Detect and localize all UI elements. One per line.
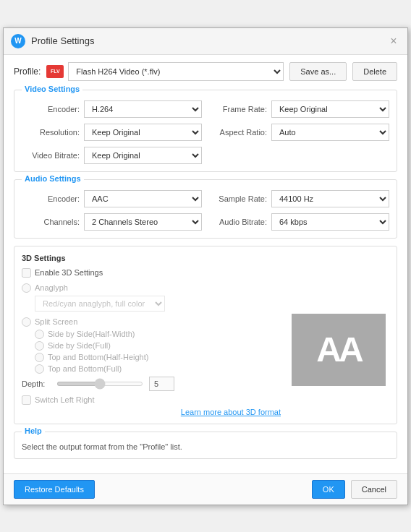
top-bottom-full-radio[interactable] bbox=[35, 364, 44, 374]
split-option-0: Side by Side(Half-Width) bbox=[35, 330, 281, 339]
audio-settings-title: Audio Settings bbox=[22, 174, 84, 183]
audio-left-col: Encoder: AAC MP3 AC3 Channels: 2 Channel… bbox=[22, 190, 202, 231]
depth-row: Depth: bbox=[22, 377, 281, 391]
depth-label: Depth: bbox=[22, 379, 51, 388]
split-half-width-radio[interactable] bbox=[35, 330, 44, 339]
save-as-button[interactable]: Save as... bbox=[289, 62, 347, 81]
split-screen-radio[interactable] bbox=[22, 317, 31, 327]
split-screen-label: Split Screen bbox=[35, 317, 77, 326]
encoder-row: Encoder: H.264 H.265 MPEG-4 bbox=[22, 100, 202, 118]
switch-row: Switch Left Right bbox=[22, 395, 281, 405]
resolution-select[interactable]: Keep Original 1920x1080 bbox=[84, 124, 202, 141]
split-screen-option: Split Screen bbox=[22, 317, 281, 327]
top-bottom-half-label: Top and Bottom(Half-Height) bbox=[48, 353, 148, 361]
split-half-width-label: Side by Side(Half-Width) bbox=[48, 330, 135, 338]
switch-left-right-label: Switch Left Right bbox=[35, 395, 95, 404]
frame-rate-select[interactable]: Keep Original 30 fps bbox=[271, 100, 389, 118]
dialog-content: Profile: FLV Flash H264 Video (*.flv) Sa… bbox=[4, 55, 407, 473]
3d-preview-panel: AA bbox=[288, 283, 389, 416]
aspect-ratio-row: Aspect Ratio: Auto 16:9 4:3 bbox=[209, 124, 389, 141]
audio-bitrate-row: Audio Bitrate: 64 kbps 128 kbps 192 kbps bbox=[209, 213, 389, 231]
profile-settings-dialog: W Profile Settings × Profile: FLV Flash … bbox=[3, 27, 408, 505]
footer-right-buttons: OK Cancel bbox=[312, 480, 397, 499]
split-option-3: Top and Bottom(Full) bbox=[35, 364, 281, 374]
3d-layout: Anaglyph Red/cyan anaglyph, full color S… bbox=[22, 283, 389, 416]
audio-bitrate-select[interactable]: 64 kbps 128 kbps 192 kbps bbox=[271, 213, 389, 231]
resolution-label: Resolution: bbox=[22, 128, 80, 137]
video-settings-grid: Encoder: H.264 H.265 MPEG-4 Resolution: … bbox=[22, 100, 389, 164]
audio-encoder-row: Encoder: AAC MP3 AC3 bbox=[22, 190, 202, 207]
split-option-2: Top and Bottom(Half-Height) bbox=[35, 353, 281, 362]
video-bitrate-row: Video Bitrate: Keep Original 8000 kbps bbox=[22, 147, 202, 164]
encoder-select[interactable]: H.264 H.265 MPEG-4 bbox=[84, 100, 202, 118]
anaglyph-label: Anaglyph bbox=[35, 283, 68, 292]
anaglyph-select-wrap: Red/cyan anaglyph, full color bbox=[35, 296, 281, 312]
dialog-title: Profile Settings bbox=[31, 35, 94, 46]
help-text: Select the output format from the "Profi… bbox=[22, 442, 182, 451]
audio-encoder-label: Encoder: bbox=[22, 194, 80, 203]
title-bar-left: W Profile Settings bbox=[11, 34, 94, 48]
anaglyph-type-select[interactable]: Red/cyan anaglyph, full color bbox=[35, 296, 165, 312]
aspect-ratio-label: Aspect Ratio: bbox=[209, 128, 267, 137]
channels-row: Channels: 2 Channels Stereo 1 Channel Mo… bbox=[22, 213, 202, 231]
video-settings-content: Encoder: H.264 H.265 MPEG-4 Resolution: … bbox=[14, 90, 397, 171]
audio-bitrate-label: Audio Bitrate: bbox=[209, 218, 267, 226]
channels-label: Channels: bbox=[22, 218, 80, 226]
sample-rate-row: Sample Rate: 44100 Hz 48000 Hz bbox=[209, 190, 389, 207]
app-icon: W bbox=[11, 34, 25, 48]
cancel-button[interactable]: Cancel bbox=[351, 480, 397, 499]
frame-rate-label: Frame Rate: bbox=[209, 105, 267, 113]
anaglyph-radio[interactable] bbox=[22, 283, 31, 293]
learn-more-link[interactable]: Learn more about 3D format bbox=[22, 408, 281, 416]
profile-select-wrap: FLV Flash H264 Video (*.flv) bbox=[46, 62, 284, 81]
depth-input[interactable] bbox=[149, 377, 174, 391]
3d-left-panel: Anaglyph Red/cyan anaglyph, full color S… bbox=[22, 283, 281, 416]
resolution-row: Resolution: Keep Original 1920x1080 bbox=[22, 124, 202, 141]
help-section: Help Select the output format from the "… bbox=[14, 432, 397, 459]
channels-select[interactable]: 2 Channels Stereo 1 Channel Mono bbox=[84, 213, 202, 231]
profile-label: Profile: bbox=[14, 66, 41, 77]
top-bottom-half-radio[interactable] bbox=[35, 353, 44, 362]
profile-select[interactable]: Flash H264 Video (*.flv) bbox=[68, 62, 284, 81]
settings-3d-section: 3D Settings Enable 3D Settings Anaglyph … bbox=[14, 246, 397, 424]
split-full-label: Side by Side(Full) bbox=[48, 341, 111, 350]
dialog-footer: Restore Defaults OK Cancel bbox=[4, 473, 407, 505]
aspect-ratio-select[interactable]: Auto 16:9 4:3 bbox=[271, 124, 389, 141]
audio-encoder-select[interactable]: AAC MP3 AC3 bbox=[84, 190, 202, 207]
audio-right-col: Sample Rate: 44100 Hz 48000 Hz Audio Bit… bbox=[209, 190, 389, 231]
anaglyph-option: Anaglyph bbox=[22, 283, 281, 293]
frame-rate-row: Frame Rate: Keep Original 30 fps bbox=[209, 100, 389, 118]
switch-left-right-checkbox[interactable] bbox=[22, 395, 31, 405]
profile-format-icon: FLV bbox=[46, 65, 64, 78]
help-content: Select the output format from the "Profi… bbox=[14, 432, 397, 458]
top-bottom-full-label: Top and Bottom(Full) bbox=[48, 364, 122, 373]
depth-slider[interactable] bbox=[56, 382, 143, 386]
encoder-label: Encoder: bbox=[22, 105, 80, 113]
title-bar: W Profile Settings × bbox=[4, 28, 407, 55]
audio-settings-grid: Encoder: AAC MP3 AC3 Channels: 2 Channel… bbox=[22, 190, 389, 231]
sample-rate-select[interactable]: 44100 Hz 48000 Hz bbox=[271, 190, 389, 207]
help-title: Help bbox=[22, 426, 45, 435]
video-bitrate-label: Video Bitrate: bbox=[22, 151, 80, 160]
close-button[interactable]: × bbox=[387, 35, 400, 48]
video-right-col: Frame Rate: Keep Original 30 fps Aspect … bbox=[209, 100, 389, 164]
sample-rate-label: Sample Rate: bbox=[209, 194, 267, 203]
settings-3d-title: 3D Settings bbox=[22, 254, 389, 262]
enable-3d-label: Enable 3D Settings bbox=[35, 268, 103, 277]
video-bitrate-select[interactable]: Keep Original 8000 kbps bbox=[84, 147, 202, 164]
ok-button[interactable]: OK bbox=[312, 480, 345, 499]
audio-settings-content: Encoder: AAC MP3 AC3 Channels: 2 Channel… bbox=[14, 180, 397, 238]
3d-preview-aa: AA bbox=[292, 314, 386, 386]
enable-3d-row: Enable 3D Settings bbox=[22, 268, 389, 278]
profile-row: Profile: FLV Flash H264 Video (*.flv) Sa… bbox=[14, 62, 397, 81]
video-settings-section: Video Settings Encoder: H.264 H.265 MPEG… bbox=[14, 90, 397, 172]
split-option-1: Side by Side(Full) bbox=[35, 341, 281, 351]
split-screen-suboptions: Side by Side(Half-Width) Side by Side(Fu… bbox=[35, 330, 281, 374]
restore-defaults-button[interactable]: Restore Defaults bbox=[14, 480, 95, 499]
audio-settings-section: Audio Settings Encoder: AAC MP3 AC3 bbox=[14, 179, 397, 239]
enable-3d-checkbox[interactable] bbox=[22, 268, 31, 278]
split-full-radio[interactable] bbox=[35, 341, 44, 351]
delete-button[interactable]: Delete bbox=[352, 62, 397, 81]
video-settings-title: Video Settings bbox=[22, 85, 82, 93]
video-left-col: Encoder: H.264 H.265 MPEG-4 Resolution: … bbox=[22, 100, 202, 164]
